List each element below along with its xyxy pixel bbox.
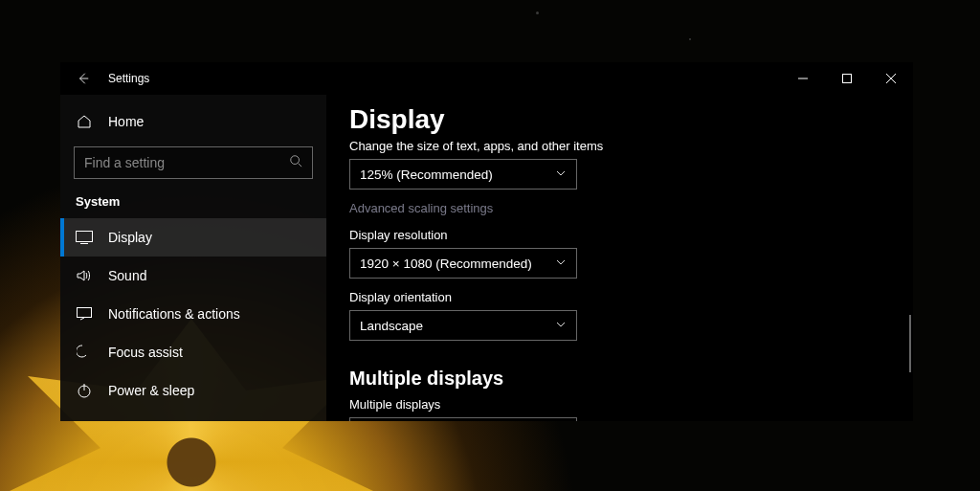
orientation-dropdown[interactable]: Landscape	[349, 310, 577, 341]
search-box[interactable]	[74, 146, 313, 179]
maximize-button[interactable]	[825, 62, 869, 95]
sidebar-category: System	[60, 189, 326, 218]
speck	[689, 38, 691, 40]
svg-rect-8	[78, 308, 92, 318]
sidebar-item-sound[interactable]: Sound	[60, 257, 326, 295]
scale-value: 125% (Recommended)	[360, 167, 493, 182]
focus-assist-icon	[76, 345, 93, 360]
multiple-dropdown[interactable]: Extend these displays	[349, 417, 577, 421]
window-title: Settings	[108, 72, 149, 85]
sidebar-item-power-sleep[interactable]: Power & sleep	[60, 371, 326, 410]
nav-label: Focus assist	[108, 345, 183, 360]
svg-rect-6	[77, 232, 93, 242]
scrollbar[interactable]	[909, 315, 911, 372]
chevron-down-icon	[555, 167, 567, 182]
svg-point-4	[291, 156, 300, 165]
close-button[interactable]	[869, 62, 913, 95]
settings-window: Settings Home System	[60, 62, 913, 421]
display-icon	[76, 231, 93, 244]
orientation-label: Display orientation	[349, 290, 890, 304]
sound-icon	[76, 269, 93, 282]
nav-label: Display	[108, 230, 152, 245]
back-button[interactable]	[74, 72, 93, 85]
window-controls	[781, 62, 913, 95]
search-icon	[289, 154, 302, 171]
power-icon	[76, 383, 93, 398]
nav-label: Power & sleep	[108, 383, 194, 398]
window-body: Home System Display Sound Notifications …	[60, 95, 913, 421]
scale-dropdown[interactable]: 125% (Recommended)	[349, 159, 577, 190]
content-pane: Display Change the size of text, apps, a…	[326, 95, 913, 421]
chevron-down-icon	[555, 319, 567, 333]
resolution-label: Display resolution	[349, 228, 890, 242]
page-title: Display	[349, 104, 890, 135]
resolution-dropdown[interactable]: 1920 × 1080 (Recommended)	[349, 248, 577, 279]
sidebar-item-focus-assist[interactable]: Focus assist	[60, 333, 326, 371]
home-label: Home	[108, 114, 144, 129]
advanced-scaling-link[interactable]: Advanced scaling settings	[349, 201, 493, 215]
sidebar-item-notifications[interactable]: Notifications & actions	[60, 295, 326, 333]
home-icon	[76, 114, 93, 129]
nav-label: Notifications & actions	[108, 306, 240, 322]
sidebar: Home System Display Sound Notifications …	[60, 95, 326, 421]
notifications-icon	[76, 307, 93, 321]
multiple-label: Multiple displays	[349, 397, 890, 412]
search-input[interactable]	[84, 155, 289, 170]
nav-label: Sound	[108, 268, 146, 283]
svg-line-5	[299, 164, 302, 167]
svg-rect-1	[843, 75, 852, 83]
orientation-value: Landscape	[360, 319, 423, 333]
home-nav[interactable]: Home	[60, 102, 326, 141]
scale-label: Change the size of text, apps, and other…	[349, 139, 890, 153]
speck	[536, 11, 539, 14]
chevron-down-icon	[555, 257, 567, 271]
titlebar: Settings	[60, 62, 913, 95]
multiple-displays-heading: Multiple displays	[349, 368, 890, 390]
resolution-value: 1920 × 1080 (Recommended)	[360, 257, 532, 271]
sidebar-item-display[interactable]: Display	[60, 218, 326, 257]
minimize-button[interactable]	[781, 62, 825, 95]
